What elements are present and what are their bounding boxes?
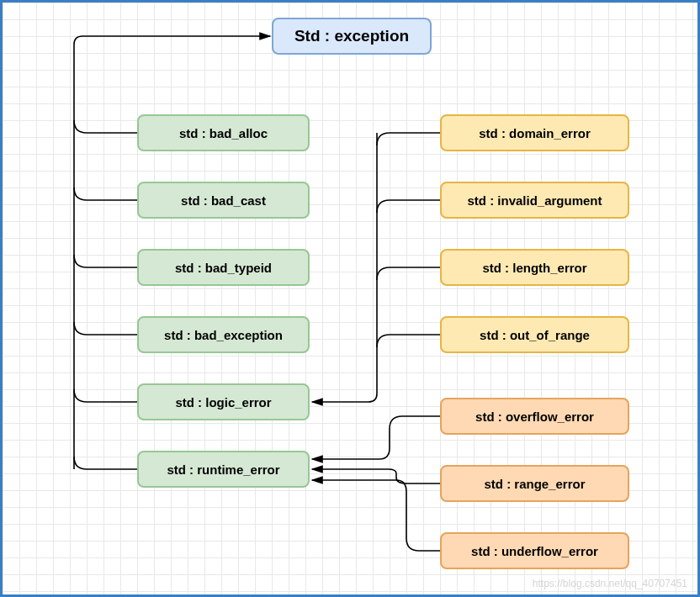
diagram-canvas: Std : exception std : bad_alloc std : ba… [0,0,700,597]
node-bad-alloc: std : bad_alloc [137,114,310,151]
node-invalid-argument: std : invalid_argument [440,182,629,219]
node-underflow-error: std : underflow_error [440,532,629,569]
watermark-text: https://blog.csdn.net/qq_40707451 [533,578,687,589]
node-logic-error: std : logic_error [137,383,310,420]
node-length-error: std : length_error [440,249,629,286]
node-domain-error: std : domain_error [440,114,629,151]
node-out-of-range: std : out_of_range [440,316,629,353]
node-runtime-error: std : runtime_error [137,451,310,488]
connector-lines [3,3,700,597]
node-bad-cast: std : bad_cast [137,182,310,219]
node-overflow-error: std : overflow_error [440,398,629,435]
node-range-error: std : range_error [440,465,629,502]
node-exception: Std : exception [272,18,432,55]
node-bad-exception: std : bad_exception [137,316,310,353]
node-bad-typeid: std : bad_typeid [137,249,310,286]
